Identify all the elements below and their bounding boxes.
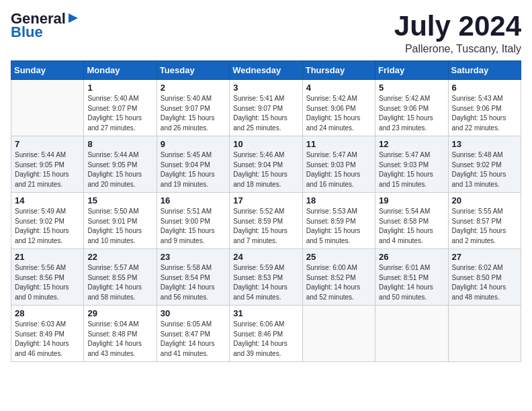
calendar-cell xyxy=(11,80,84,136)
day-number: 9 xyxy=(161,139,226,149)
calendar-week-row: 1Sunrise: 5:40 AM Sunset: 9:07 PM Daylig… xyxy=(11,80,521,136)
day-number: 6 xyxy=(452,83,517,93)
day-info: Sunrise: 5:55 AM Sunset: 8:57 PM Dayligh… xyxy=(452,207,517,246)
day-number: 19 xyxy=(379,195,444,205)
day-info: Sunrise: 6:06 AM Sunset: 8:46 PM Dayligh… xyxy=(233,320,298,359)
calendar-cell: 9Sunrise: 5:45 AM Sunset: 9:04 PM Daylig… xyxy=(157,136,229,193)
day-info: Sunrise: 5:49 AM Sunset: 9:02 PM Dayligh… xyxy=(15,207,80,246)
weekday-header-friday: Friday xyxy=(375,61,448,80)
day-number: 25 xyxy=(306,252,371,262)
weekday-header-row: SundayMondayTuesdayWednesdayThursdayFrid… xyxy=(11,61,521,80)
day-number: 24 xyxy=(233,252,298,262)
day-number: 11 xyxy=(306,139,371,149)
day-info: Sunrise: 5:41 AM Sunset: 9:07 PM Dayligh… xyxy=(233,94,298,133)
day-info: Sunrise: 5:53 AM Sunset: 8:59 PM Dayligh… xyxy=(306,207,371,246)
day-number: 26 xyxy=(379,252,444,262)
calendar-cell: 14Sunrise: 5:49 AM Sunset: 9:02 PM Dayli… xyxy=(11,193,84,249)
day-info: Sunrise: 6:01 AM Sunset: 8:51 PM Dayligh… xyxy=(379,263,444,302)
calendar-cell: 13Sunrise: 5:48 AM Sunset: 9:02 PM Dayli… xyxy=(448,136,521,193)
day-info: Sunrise: 6:03 AM Sunset: 8:49 PM Dayligh… xyxy=(15,320,80,359)
calendar-cell: 1Sunrise: 5:40 AM Sunset: 9:07 PM Daylig… xyxy=(84,80,157,136)
calendar-cell: 15Sunrise: 5:50 AM Sunset: 9:01 PM Dayli… xyxy=(84,193,157,249)
weekday-header-saturday: Saturday xyxy=(448,61,521,80)
calendar-cell xyxy=(448,306,521,362)
day-info: Sunrise: 5:45 AM Sunset: 9:04 PM Dayligh… xyxy=(161,150,226,189)
calendar-cell: 11Sunrise: 5:47 AM Sunset: 9:03 PM Dayli… xyxy=(302,136,375,193)
calendar-cell: 20Sunrise: 5:55 AM Sunset: 8:57 PM Dayli… xyxy=(448,193,521,249)
day-info: Sunrise: 6:04 AM Sunset: 8:48 PM Dayligh… xyxy=(87,320,152,359)
weekday-header-thursday: Thursday xyxy=(302,61,375,80)
day-info: Sunrise: 5:56 AM Sunset: 8:56 PM Dayligh… xyxy=(15,263,80,302)
day-info: Sunrise: 5:47 AM Sunset: 9:03 PM Dayligh… xyxy=(306,150,371,189)
calendar-cell: 6Sunrise: 5:43 AM Sunset: 9:06 PM Daylig… xyxy=(448,80,521,136)
day-info: Sunrise: 5:44 AM Sunset: 9:05 PM Dayligh… xyxy=(87,150,152,189)
calendar-week-row: 21Sunrise: 5:56 AM Sunset: 8:56 PM Dayli… xyxy=(11,249,521,306)
calendar-cell: 12Sunrise: 5:47 AM Sunset: 9:03 PM Dayli… xyxy=(375,136,448,193)
calendar-cell: 25Sunrise: 6:00 AM Sunset: 8:52 PM Dayli… xyxy=(302,249,375,306)
calendar-cell: 19Sunrise: 5:54 AM Sunset: 8:58 PM Dayli… xyxy=(375,193,448,249)
day-number: 21 xyxy=(15,252,80,262)
calendar-cell: 16Sunrise: 5:51 AM Sunset: 9:00 PM Dayli… xyxy=(157,193,229,249)
page-header: General Blue July 2024 Pallerone, Tuscan… xyxy=(11,11,521,55)
weekday-header-wednesday: Wednesday xyxy=(230,61,302,80)
day-info: Sunrise: 5:52 AM Sunset: 8:59 PM Dayligh… xyxy=(233,207,298,246)
svg-marker-0 xyxy=(69,13,78,23)
title-block: July 2024 Pallerone, Tuscany, Italy xyxy=(394,11,521,55)
day-number: 28 xyxy=(15,308,80,318)
day-info: Sunrise: 5:57 AM Sunset: 8:55 PM Dayligh… xyxy=(87,263,152,302)
calendar-cell: 17Sunrise: 5:52 AM Sunset: 8:59 PM Dayli… xyxy=(230,193,302,249)
day-number: 17 xyxy=(233,195,298,205)
day-number: 20 xyxy=(452,195,517,205)
calendar-cell: 28Sunrise: 6:03 AM Sunset: 8:49 PM Dayli… xyxy=(11,306,84,362)
day-number: 8 xyxy=(87,139,152,149)
day-info: Sunrise: 5:44 AM Sunset: 9:05 PM Dayligh… xyxy=(15,150,80,189)
calendar-cell xyxy=(302,306,375,362)
calendar-cell: 21Sunrise: 5:56 AM Sunset: 8:56 PM Dayli… xyxy=(11,249,84,306)
day-info: Sunrise: 5:42 AM Sunset: 9:06 PM Dayligh… xyxy=(306,94,371,133)
day-info: Sunrise: 5:54 AM Sunset: 8:58 PM Dayligh… xyxy=(379,207,444,246)
day-number: 10 xyxy=(233,139,298,149)
day-info: Sunrise: 5:58 AM Sunset: 8:54 PM Dayligh… xyxy=(161,263,226,302)
day-info: Sunrise: 5:40 AM Sunset: 9:07 PM Dayligh… xyxy=(161,94,226,133)
day-number: 29 xyxy=(87,308,152,318)
day-number: 30 xyxy=(161,308,226,318)
logo-arrow-icon xyxy=(67,12,79,24)
day-info: Sunrise: 5:47 AM Sunset: 9:03 PM Dayligh… xyxy=(379,150,444,189)
day-info: Sunrise: 5:50 AM Sunset: 9:01 PM Dayligh… xyxy=(87,207,152,246)
month-title: July 2024 xyxy=(394,11,521,42)
day-info: Sunrise: 5:46 AM Sunset: 9:04 PM Dayligh… xyxy=(233,150,298,189)
day-number: 16 xyxy=(161,195,226,205)
logo-text-blue: Blue xyxy=(11,24,43,40)
day-number: 1 xyxy=(87,83,152,93)
day-info: Sunrise: 5:43 AM Sunset: 9:06 PM Dayligh… xyxy=(452,94,517,133)
day-info: Sunrise: 6:05 AM Sunset: 8:47 PM Dayligh… xyxy=(161,320,226,359)
calendar-cell: 29Sunrise: 6:04 AM Sunset: 8:48 PM Dayli… xyxy=(84,306,157,362)
weekday-header-tuesday: Tuesday xyxy=(157,61,229,80)
calendar-week-row: 28Sunrise: 6:03 AM Sunset: 8:49 PM Dayli… xyxy=(11,306,521,362)
location: Pallerone, Tuscany, Italy xyxy=(394,43,521,55)
calendar-cell: 7Sunrise: 5:44 AM Sunset: 9:05 PM Daylig… xyxy=(11,136,84,193)
calendar-cell: 18Sunrise: 5:53 AM Sunset: 8:59 PM Dayli… xyxy=(302,193,375,249)
day-info: Sunrise: 5:59 AM Sunset: 8:53 PM Dayligh… xyxy=(233,263,298,302)
calendar-cell: 10Sunrise: 5:46 AM Sunset: 9:04 PM Dayli… xyxy=(230,136,302,193)
calendar-cell: 24Sunrise: 5:59 AM Sunset: 8:53 PM Dayli… xyxy=(230,249,302,306)
day-number: 5 xyxy=(379,83,444,93)
calendar-cell xyxy=(375,306,448,362)
calendar-cell: 5Sunrise: 5:42 AM Sunset: 9:06 PM Daylig… xyxy=(375,80,448,136)
weekday-header-sunday: Sunday xyxy=(11,61,84,80)
day-info: Sunrise: 5:42 AM Sunset: 9:06 PM Dayligh… xyxy=(379,94,444,133)
logo: General Blue xyxy=(11,11,79,40)
day-info: Sunrise: 6:02 AM Sunset: 8:50 PM Dayligh… xyxy=(452,263,517,302)
day-info: Sunrise: 5:51 AM Sunset: 9:00 PM Dayligh… xyxy=(161,207,226,246)
calendar-cell: 2Sunrise: 5:40 AM Sunset: 9:07 PM Daylig… xyxy=(157,80,229,136)
day-number: 4 xyxy=(306,83,371,93)
day-number: 7 xyxy=(15,139,80,149)
calendar-cell: 26Sunrise: 6:01 AM Sunset: 8:51 PM Dayli… xyxy=(375,249,448,306)
calendar-week-row: 7Sunrise: 5:44 AM Sunset: 9:05 PM Daylig… xyxy=(11,136,521,193)
day-info: Sunrise: 6:00 AM Sunset: 8:52 PM Dayligh… xyxy=(306,263,371,302)
calendar-cell: 4Sunrise: 5:42 AM Sunset: 9:06 PM Daylig… xyxy=(302,80,375,136)
calendar-cell: 27Sunrise: 6:02 AM Sunset: 8:50 PM Dayli… xyxy=(448,249,521,306)
day-number: 22 xyxy=(87,252,152,262)
day-number: 14 xyxy=(15,195,80,205)
day-number: 23 xyxy=(161,252,226,262)
